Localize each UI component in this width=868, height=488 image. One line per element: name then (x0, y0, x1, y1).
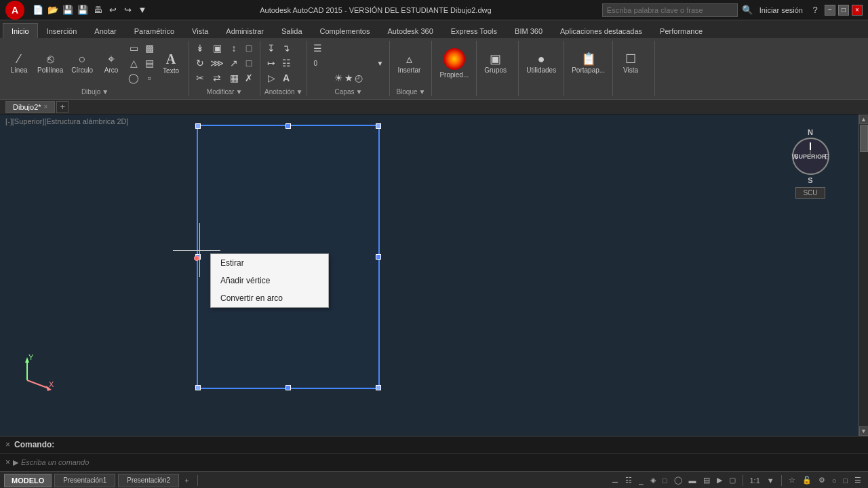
otrack-button[interactable]: ◯ (671, 474, 685, 487)
rect-button[interactable]: ▭ (126, 41, 141, 55)
text-button[interactable]: A Texto (157, 43, 184, 83)
properties-button[interactable]: Propied... (436, 43, 472, 83)
boundary-button[interactable]: ▫ (142, 71, 156, 85)
transparency-button[interactable]: ▤ (701, 474, 713, 487)
fillet-button[interactable]: □ (242, 41, 256, 55)
copy-button[interactable]: ▣ (208, 41, 226, 55)
hatch-button[interactable]: ▩ (142, 41, 156, 55)
search-btn[interactable]: 🔍 (741, 3, 754, 17)
dim-button[interactable]: ↧ (264, 41, 278, 55)
tab-inicio[interactable]: Inicio (3, 23, 38, 38)
add-tab-button[interactable]: + (56, 101, 68, 113)
qa-dropdown[interactable]: ▼ (136, 3, 149, 17)
circle-button[interactable]: ○ Círculo (68, 43, 96, 83)
canvas-area[interactable]: [-][Superior][Estructura alámbrica 2D] (0, 115, 868, 436)
line-button[interactable]: ∕ Línea (5, 43, 33, 83)
tab-autodesk360[interactable]: Autodesk 360 (379, 23, 442, 38)
open-button[interactable]: 📂 (46, 3, 60, 17)
annotation-group-label[interactable]: Anotación ▼ (264, 87, 302, 96)
utilities-button[interactable]: ● Utilidades (523, 43, 559, 83)
grip-tr[interactable] (376, 123, 381, 129)
command-input[interactable] (21, 458, 863, 466)
scroll-down-button[interactable]: ▼ (859, 426, 869, 436)
autocad-logo[interactable]: A (5, 1, 24, 20)
grid-button[interactable]: ☷ (623, 474, 635, 487)
draw-dropdown-icon[interactable]: ▼ (102, 88, 108, 96)
annotation-dropdown-icon[interactable]: ▼ (296, 88, 303, 96)
chamfer-button[interactable]: □ (242, 56, 256, 70)
trim-button[interactable]: ✂ (193, 71, 207, 85)
compass-circle[interactable]: SUPERIOR W E (792, 138, 829, 175)
polygon-button[interactable]: △ (126, 56, 141, 70)
saveas-button[interactable]: 💾 (76, 3, 90, 17)
ortho-button[interactable]: ⎯ (636, 474, 646, 487)
leader-button[interactable]: ↴ (279, 41, 293, 55)
tab-vista[interactable]: Vista (183, 23, 217, 38)
mirror-button[interactable]: ⋙ (208, 56, 226, 70)
command-close-button[interactable]: × (5, 440, 10, 449)
grip-bc[interactable] (285, 385, 291, 390)
lineweight-button[interactable]: ▬ (686, 474, 699, 487)
rotate-button[interactable]: ↻ (193, 56, 207, 70)
presentation2-tab[interactable]: Presentación2 (118, 474, 179, 487)
selection-button[interactable]: ▶ (714, 474, 725, 487)
minimize-button[interactable]: − (825, 5, 835, 16)
osnap-button[interactable]: □ (660, 474, 670, 487)
drawing-tab-dibujo2[interactable]: Dibujo2* × (5, 101, 55, 113)
layers-group-label[interactable]: Capas ▼ (311, 87, 385, 96)
layer-props-button[interactable]: ☰ (311, 41, 385, 55)
search-input[interactable] (602, 3, 738, 17)
tab-anotar[interactable]: Anotar (85, 23, 125, 38)
gradient-button[interactable]: ▤ (142, 56, 156, 70)
dim2-button[interactable]: ↦ (264, 56, 278, 70)
table-button[interactable]: ☷ (279, 56, 293, 70)
isolate-button[interactable]: ○ (829, 474, 840, 487)
ctx-estirar[interactable]: Estirar (211, 254, 328, 272)
ellipse-button[interactable]: ◯ (126, 71, 141, 85)
hardware-button[interactable]: ⚙ (816, 474, 828, 487)
tab-administrar[interactable]: Administrar (217, 23, 273, 38)
fullscreen-button[interactable]: □ (840, 474, 850, 487)
layers-dropdown-icon[interactable]: ▼ (355, 88, 362, 96)
scu-box[interactable]: SCU (795, 187, 825, 199)
ctx-convertir-arco[interactable]: Convertir en arco (211, 289, 328, 307)
tab-complementos[interactable]: Complementos (311, 23, 379, 38)
scale-button[interactable]: 1:1 (747, 474, 763, 487)
command-panel-close[interactable]: × (5, 458, 10, 467)
grip-tl[interactable] (195, 123, 201, 129)
block-dropdown-icon[interactable]: ▼ (419, 88, 426, 96)
explode-button[interactable]: ✗ (242, 71, 256, 85)
move-button[interactable]: ↡ (193, 41, 207, 55)
tab-apps[interactable]: Aplicaciones destacadas (551, 23, 651, 38)
tab-express[interactable]: Express Tools (442, 23, 506, 38)
save-button[interactable]: 💾 (61, 3, 75, 17)
active-grip[interactable] (194, 256, 199, 261)
tab-close-icon[interactable]: × (44, 103, 48, 110)
scroll-thumb[interactable] (860, 125, 868, 152)
maximize-button[interactable]: □ (838, 5, 849, 16)
new-button[interactable]: 📄 (31, 3, 45, 17)
help-button[interactable]: ? (808, 3, 822, 17)
scroll-up-button[interactable]: ▲ (859, 115, 869, 124)
tab-insercion[interactable]: Inserción (38, 23, 86, 38)
add-layout-button[interactable]: + (182, 474, 191, 487)
scroll-track[interactable] (859, 124, 869, 426)
layer-tools[interactable]: ☀ ★ ◴ (311, 71, 385, 85)
tab-bim360[interactable]: BIM 360 (506, 23, 551, 38)
groups-button[interactable]: ▣ Grupos (481, 43, 510, 83)
arc-button[interactable]: ⌖ Arco (98, 43, 125, 83)
scale-button[interactable]: ↗ (227, 56, 241, 70)
redo-button[interactable]: ↪ (121, 3, 134, 17)
print-button[interactable]: 🖶 (91, 3, 104, 17)
tab-salida[interactable]: Salida (273, 23, 311, 38)
signin-button[interactable]: Iniciar sesión (757, 3, 806, 17)
toolbar-button[interactable]: ☰ (852, 474, 864, 487)
modify-dropdown-icon[interactable]: ▼ (235, 88, 242, 96)
vertical-scrollbar[interactable]: ▲ ▼ (859, 115, 868, 436)
snap-button[interactable]: ⚊ (609, 474, 621, 487)
layer-dropdown[interactable]: 0 ▼ (311, 56, 385, 70)
viewport[interactable]: Estirar Añadir vértice Convertir en arco… (0, 115, 868, 436)
workspace-button[interactable]: ☆ (786, 474, 798, 487)
polar-button[interactable]: ◈ (648, 474, 658, 487)
block-group-label[interactable]: Bloque ▼ (394, 87, 427, 96)
